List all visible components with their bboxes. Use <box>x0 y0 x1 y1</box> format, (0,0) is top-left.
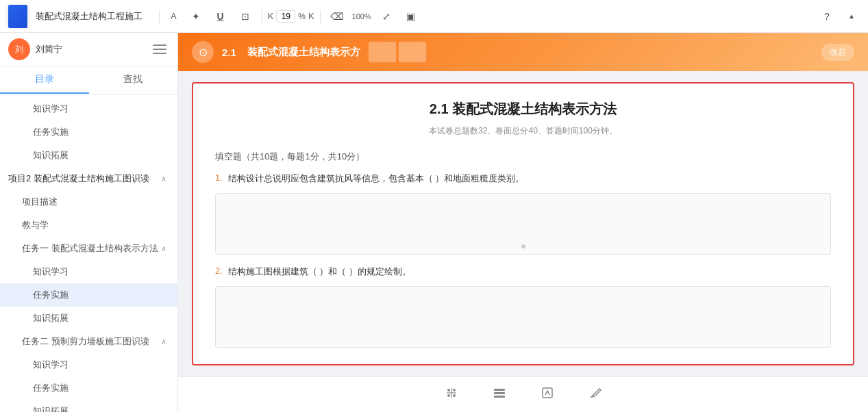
menu-line-2 <box>153 49 166 50</box>
svg-rect-8 <box>494 396 505 398</box>
tab-search[interactable]: 查找 <box>89 66 178 94</box>
font-a-button[interactable]: A <box>165 8 182 24</box>
banner-img-2 <box>399 42 426 62</box>
svg-point-2 <box>447 394 450 397</box>
bottom-edit-button[interactable] <box>534 383 560 407</box>
sidebar-item-renwu-shishi-1[interactable]: 任务实施 <box>0 120 177 144</box>
banner-action-button[interactable]: 收起 <box>821 44 854 61</box>
zoom-input[interactable] <box>276 10 295 23</box>
zoom-fit-button[interactable]: 100% <box>351 5 373 27</box>
avatar: 刘 <box>8 38 30 60</box>
banner-section: 2.1 <box>222 47 236 58</box>
question-1: 1. 结构设计总说明应包含建筑抗风等信息，包含基本（ ）和地面粗糙度类别。 <box>215 172 831 185</box>
document-main-title: 2.1 装配式混凝土结构表示方法 <box>215 100 831 118</box>
sidebar-item-zhishi-tuozhan-1[interactable]: 知识拓展 <box>0 144 177 167</box>
sun-icon-button[interactable]: ✦ <box>185 5 207 27</box>
sidebar-item-renwu-shishi-3[interactable]: 任务实施 <box>0 376 177 400</box>
sidebar-item-project2[interactable]: 项目2 装配式混凝土结构施工图识读 ∧ <box>0 167 177 190</box>
bottom-list-button[interactable] <box>486 383 512 407</box>
menu-line-3 <box>153 53 166 54</box>
sidebar-nav: 知识学习 任务实施 知识拓展 项目2 装配式混凝土结构施工图识读 ∧ 项目描述 … <box>0 94 177 412</box>
sidebar-item-zhishi-xuexi-2[interactable]: 知识学习 <box>0 260 177 283</box>
question-1-text: 结构设计总说明应包含建筑抗风等信息，包含基本（ ）和地面粗糙度类别。 <box>228 172 525 185</box>
sidebar-item-task2[interactable]: 任务二 预制剪力墙板施工图识读 ∧ <box>0 330 177 353</box>
toolbar-separator <box>159 10 160 23</box>
eraser-button[interactable]: ⌫ <box>326 5 348 27</box>
bottom-annotate-button[interactable] <box>582 383 608 407</box>
sidebar-item-teaching[interactable]: 教与学 <box>0 214 177 237</box>
svg-point-1 <box>453 389 456 391</box>
svg-point-3 <box>453 394 456 397</box>
sidebar: 刘 刘简宁 目录 查找 知识学习 任务实施 <box>0 33 178 412</box>
banner-img-1 <box>369 42 396 62</box>
user-area: 刘 刘简宁 <box>0 33 177 66</box>
answer-box-2[interactable] <box>215 286 831 348</box>
text-box-button[interactable]: ▣ <box>400 5 422 27</box>
sidebar-item-zhishi-xuexi-1[interactable]: 知识学习 <box>0 97 177 120</box>
content-area: ⊙ 2.1 装配式混凝土结构表示方 收起 2.1 装配式混凝土结构表示方法 本试… <box>178 33 868 412</box>
document-content: 2.1 装配式混凝土结构表示方法 本试卷总题数32、卷面总分40、答题时间100… <box>192 82 854 365</box>
svg-point-0 <box>447 389 450 391</box>
crop-button[interactable]: ⊡ <box>234 5 256 27</box>
question-2: 2. 结构施工图根据建筑（ ）和（ ）的规定绘制。 <box>215 266 831 278</box>
book-thumbnail <box>8 5 27 28</box>
document-subtitle: 本试卷总题数32、卷面总分40、答题时间100分钟。 <box>215 125 831 137</box>
zoom-k-left: K <box>268 11 274 21</box>
app-logo <box>5 4 30 29</box>
svg-rect-6 <box>494 389 505 391</box>
bottom-toolbar <box>178 376 868 412</box>
underline-button[interactable]: U <box>210 5 232 27</box>
chevron-down-icon-task2: ∧ <box>161 337 166 346</box>
list-icon <box>492 385 507 404</box>
svg-rect-9 <box>543 388 552 398</box>
question-1-num: 1. <box>215 172 223 185</box>
sidebar-item-task1[interactable]: 任务一 装配式混凝土结构表示方法 ∧ <box>0 237 177 260</box>
menu-icon-button[interactable] <box>150 40 169 59</box>
avatar-initials: 刘 <box>15 44 23 55</box>
chevron-down-icon: ∧ <box>161 175 166 183</box>
question-2-text: 结构施工图根据建筑（ ）和（ ）的规定绘制。 <box>228 266 411 278</box>
bottom-grid-button[interactable] <box>438 383 464 407</box>
document-section-label: 填空题（共10题，每题1分，共10分） <box>215 151 831 163</box>
toolbar-right-group: ? ▲ <box>816 5 863 27</box>
svg-rect-7 <box>494 392 505 394</box>
toolbar-separator-2 <box>262 10 262 23</box>
user-name: 刘简宁 <box>36 43 62 55</box>
answer-box-1[interactable] <box>215 193 831 255</box>
content-banner: ⊙ 2.1 装配式混凝土结构表示方 收起 <box>178 33 868 71</box>
toolbar-separator-3 <box>320 10 321 23</box>
annotate-icon <box>588 385 603 404</box>
question-2-num: 2. <box>215 266 223 278</box>
sidebar-item-renwu-shishi-active[interactable]: 任务实施 <box>0 283 177 307</box>
sidebar-tabs: 目录 查找 <box>0 66 177 94</box>
banner-icon: ⊙ <box>192 41 214 63</box>
zoom-percent: % <box>298 12 306 21</box>
chevron-down-icon-task1: ∧ <box>161 244 166 253</box>
grid-icon <box>444 385 459 404</box>
expand-button[interactable]: ⤢ <box>375 5 397 27</box>
sidebar-item-project-desc[interactable]: 项目描述 <box>0 190 177 214</box>
tab-catalog[interactable]: 目录 <box>0 66 89 94</box>
zoom-k-right: K <box>308 11 314 21</box>
sidebar-item-zhishi-xuexi-3[interactable]: 知识学习 <box>0 353 177 376</box>
edit-icon <box>540 385 555 404</box>
collapse-button[interactable]: ▲ <box>841 5 863 27</box>
document-title: 装配式混凝土结构工程施工 <box>36 10 142 23</box>
banner-title: 装配式混凝土结构表示方 <box>247 46 360 59</box>
help-button[interactable]: ? <box>816 5 838 27</box>
menu-line-1 <box>153 44 166 46</box>
banner-images <box>369 42 426 62</box>
answer-dot-1 <box>521 244 525 248</box>
main-layout: 刘 刘简宁 目录 查找 知识学习 任务实施 <box>0 33 868 412</box>
top-toolbar: 装配式混凝土结构工程施工 A ✦ U ⊡ K % K ⌫ 100% ⤢ ▣ ? … <box>0 0 868 33</box>
sidebar-item-zhishi-tuozhan-2[interactable]: 知识拓展 <box>0 307 177 330</box>
sidebar-item-zhishi-tuozhan-3[interactable]: 知识拓展 <box>0 400 177 412</box>
